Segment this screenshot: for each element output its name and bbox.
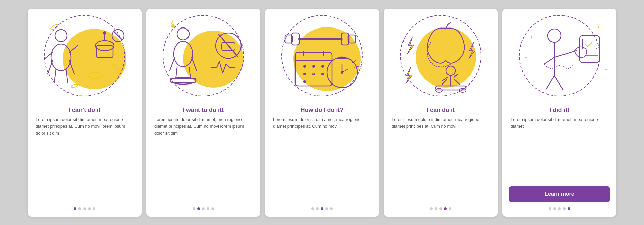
card-2-text: Lorem ipsum dolor sit dim amet, mea regi… <box>146 116 260 202</box>
svg-rect-38 <box>285 35 292 43</box>
card-3-title: How do I do it? <box>301 107 344 114</box>
dot-3-5 <box>330 207 333 210</box>
svg-point-57 <box>341 71 343 74</box>
card-did-it: ✦ ✦ ✦ ✦ ✦ I did it! Lorem ipsum dolor si… <box>502 9 616 217</box>
illustration-how-do-i-do-it <box>265 9 379 103</box>
dot-4-1 <box>430 207 433 210</box>
card-4-text: Lorem ipsum dolor sit dim amet, mea regi… <box>384 116 498 202</box>
illustration-want-to-do-it <box>146 9 260 103</box>
card-1-title: I can't do it <box>69 107 100 114</box>
card-2-dots <box>193 207 214 210</box>
card-4-title: I can do it <box>427 107 455 114</box>
dot-5-4 <box>563 207 566 210</box>
dot-4-3 <box>439 207 442 210</box>
svg-line-4 <box>48 61 53 74</box>
dot-2-5 <box>211 207 214 210</box>
svg-point-51 <box>303 80 306 83</box>
svg-text:✦: ✦ <box>533 79 535 83</box>
svg-rect-73 <box>582 39 597 49</box>
svg-line-23 <box>170 57 175 71</box>
dot-1-2 <box>78 207 81 210</box>
svg-point-18 <box>71 83 78 88</box>
svg-text:✦: ✦ <box>529 34 534 40</box>
dot-2-4 <box>207 207 209 210</box>
card-3-dots <box>311 207 333 210</box>
card-can-do-it: I can do it Lorem ipsum dolor sit dim am… <box>384 9 498 217</box>
dot-5-5 <box>568 207 570 210</box>
card-4-dots <box>430 207 451 210</box>
svg-point-47 <box>321 65 324 68</box>
dot-2-1 <box>193 207 195 210</box>
dot-4-2 <box>435 207 437 210</box>
dot-3-3 <box>321 207 323 210</box>
dot-1-4 <box>88 207 91 210</box>
svg-point-16 <box>50 23 59 31</box>
svg-point-46 <box>312 65 315 68</box>
learn-more-button[interactable]: Learn more <box>509 186 610 202</box>
illustration-can-do-it <box>384 9 498 103</box>
svg-line-81 <box>554 76 563 89</box>
cards-container: I can't do it Lorem ipsum dolor sit dim … <box>21 2 623 223</box>
svg-point-48 <box>303 73 306 75</box>
card-want-to-do-it: I want to do itt Lorem ipsum dolor sit d… <box>146 9 260 217</box>
card-2-title: I want to do itt <box>183 107 224 114</box>
svg-line-33 <box>171 20 173 24</box>
illustration-did-it: ✦ ✦ ✦ ✦ ✦ <box>502 9 616 103</box>
card-1-dots <box>74 207 95 210</box>
dot-5-3 <box>558 207 561 210</box>
card-how-do-i-do-it: How do I do it? Lorem ipsum dolor sit di… <box>265 9 379 217</box>
svg-line-78 <box>544 57 554 64</box>
dot-4-5 <box>449 207 451 210</box>
svg-line-6 <box>54 69 56 82</box>
dot-1-1 <box>74 207 76 210</box>
svg-point-32 <box>171 24 175 28</box>
card-cant-do-it: I can't do it Lorem ipsum dolor sit dim … <box>28 9 142 217</box>
svg-line-79 <box>554 51 576 57</box>
dot-5-1 <box>549 207 551 210</box>
illustration-cant-do-it <box>28 9 142 103</box>
card-5-title: I did it! <box>550 107 570 114</box>
dot-3-1 <box>311 207 314 210</box>
dot-1-5 <box>93 207 95 210</box>
svg-point-2 <box>55 30 67 42</box>
svg-text:✦: ✦ <box>596 24 600 30</box>
dot-3-4 <box>325 207 328 210</box>
card-5-text: Lorem ipsum dolor sit dim amet, mea regi… <box>502 116 616 181</box>
svg-text:✦: ✦ <box>524 55 528 60</box>
svg-point-50 <box>321 73 324 75</box>
card-3-text: Lorem ipsum dolor sit dim amet, mea regi… <box>265 116 379 202</box>
card-1-text: Lorem ipsum dolor sit dim amet, mea regi… <box>28 116 142 202</box>
dot-4-4 <box>444 207 447 210</box>
svg-text:✦: ✦ <box>605 68 607 71</box>
dot-2-3 <box>202 207 205 210</box>
svg-point-21 <box>177 28 189 40</box>
svg-point-76 <box>548 29 561 42</box>
svg-line-80 <box>546 76 554 89</box>
card-5-dots <box>549 207 570 210</box>
svg-point-0 <box>63 29 126 89</box>
svg-point-45 <box>303 65 306 68</box>
dot-5-2 <box>553 207 556 210</box>
svg-line-25 <box>176 67 177 79</box>
dot-3-2 <box>316 207 319 210</box>
dot-2-2 <box>197 207 200 210</box>
svg-point-13 <box>103 31 106 35</box>
dot-1-3 <box>83 207 86 210</box>
